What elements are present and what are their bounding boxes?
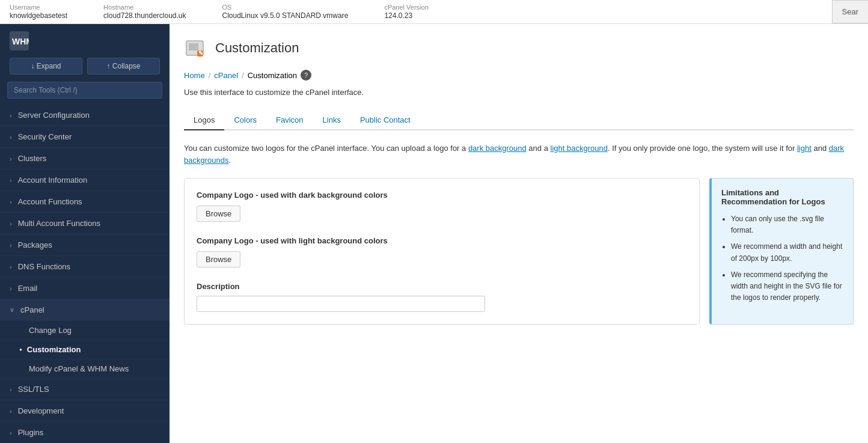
os-value: CloudLinux v9.5.0 STANDARD vmware: [222, 11, 349, 20]
list-item: We recommend specifying the width and he…: [731, 269, 843, 304]
sidebar-item-label: Email: [18, 284, 38, 293]
main-layout: WHM ↓ Expand ↑ Collapse › Server Configu…: [0, 24, 868, 443]
sidebar-item-dns-functions[interactable]: › DNS Functions: [0, 256, 170, 278]
sidebar-logo: WHM: [0, 24, 170, 58]
sidebar-subitem-label: Customization: [27, 345, 81, 354]
page-description: Use this interface to customize the cPan…: [184, 87, 854, 99]
breadcrumb: Home / cPanel / Customization ?: [184, 70, 854, 81]
sidebar-subitem-modify-cpanel-whm-news[interactable]: Modify cPanel & WHM News: [0, 359, 170, 379]
svg-rect-3: [189, 43, 198, 50]
sidebar-item-server-configuration[interactable]: › Server Configuration: [0, 105, 170, 126]
search-tools-input[interactable]: [7, 82, 162, 99]
customization-page-icon: ✎: [184, 36, 208, 60]
tabs-bar: Logos Colors Favicon Links Public Contac…: [184, 111, 854, 130]
page-title: Customization: [215, 40, 299, 56]
logos-intro: You can customize two logos for the cPan…: [184, 142, 854, 168]
content-area: ✎ Customization Home / cPanel / Customiz…: [170, 24, 868, 443]
sidebar-item-plugins[interactable]: › Plugins: [0, 422, 170, 443]
dark-logo-section: Company Logo - used with dark background…: [197, 191, 687, 222]
sidebar-item-development[interactable]: › Development: [0, 400, 170, 422]
dark-logo-browse-button[interactable]: Browse: [197, 206, 240, 222]
sidebar-item-account-information[interactable]: › Account Information: [0, 170, 170, 191]
sidebar-subitem-customization[interactable]: Customization: [0, 340, 170, 359]
light-logo-label: Company Logo - used with light backgroun…: [197, 236, 687, 245]
sidebar-item-label: Clusters: [18, 154, 47, 163]
sidebar-item-label: Security Center: [18, 132, 72, 141]
sidebar-item-label: Account Functions: [18, 197, 82, 206]
hostname-group: Hostname cloud728.thundercloud.uk: [103, 4, 186, 20]
cpanel-version-label: cPanel Version: [384, 4, 428, 11]
sidebar-item-label: Server Configuration: [18, 111, 90, 120]
sidebar-subitem-label: Modify cPanel & WHM News: [29, 364, 129, 373]
sidebar-nav: › Server Configuration › Security Center…: [0, 105, 170, 443]
sidebar-item-label: Packages: [18, 240, 52, 249]
logos-card-row: Company Logo - used with dark background…: [184, 178, 854, 325]
collapse-button[interactable]: ↑ Collapse: [87, 58, 160, 75]
list-item: You can only use the .svg file format.: [731, 213, 843, 236]
sidebar-item-packages[interactable]: › Packages: [0, 234, 170, 256]
dark-logo-label: Company Logo - used with dark background…: [197, 191, 687, 200]
sidebar-item-account-functions[interactable]: › Account Functions: [0, 191, 170, 213]
sidebar-item-clusters[interactable]: › Clusters: [0, 148, 170, 170]
sidebar-subitem-change-log[interactable]: Change Log: [0, 321, 170, 340]
sidebar-item-cpanel[interactable]: ∨ cPanel: [0, 299, 170, 321]
svg-text:WHM: WHM: [12, 37, 29, 46]
chevron-right-icon: ›: [10, 263, 12, 270]
top-bar-info: Username knowldgebasetest Hostname cloud…: [10, 4, 429, 20]
sidebar-item-label: cPanel: [20, 305, 44, 314]
sidebar-item-security-center[interactable]: › Security Center: [0, 126, 170, 148]
top-bar: Username knowldgebasetest Hostname cloud…: [0, 0, 868, 24]
sidebar-item-label: DNS Functions: [18, 262, 70, 271]
sidebar-item-label: Plugins: [18, 428, 44, 437]
light-logo-section: Company Logo - used with light backgroun…: [197, 236, 687, 267]
chevron-right-icon: ›: [10, 112, 12, 119]
description-input[interactable]: [197, 296, 485, 312]
tab-public-contact[interactable]: Public Contact: [350, 111, 420, 130]
sidebar-item-multi-account-functions[interactable]: › Multi Account Functions: [0, 213, 170, 234]
sidebar-subitem-label: Change Log: [29, 326, 72, 335]
chevron-right-icon: ›: [10, 429, 12, 436]
side-card-title: Limitations and Recommendation for Logos: [721, 188, 843, 206]
chevron-right-icon: ›: [10, 386, 12, 393]
sidebar-item-label: Account Information: [18, 176, 88, 185]
sidebar-item-ssl-tls[interactable]: › SSL/TLS: [0, 379, 170, 400]
svg-text:✎: ✎: [198, 50, 203, 57]
tab-colors[interactable]: Colors: [224, 111, 266, 130]
search-button[interactable]: Sear: [832, 0, 868, 23]
cpanel-version-value: 124.0.23: [384, 11, 412, 20]
sidebar: WHM ↓ Expand ↑ Collapse › Server Configu…: [0, 24, 170, 443]
os-group: OS CloudLinux v9.5.0 STANDARD vmware: [222, 4, 349, 20]
tab-logos[interactable]: Logos: [184, 111, 224, 130]
chevron-right-icon: ›: [10, 198, 12, 206]
help-icon[interactable]: ?: [301, 70, 311, 81]
expand-button[interactable]: ↓ Expand: [10, 58, 82, 75]
chevron-down-icon: ∨: [10, 306, 14, 314]
tab-links[interactable]: Links: [313, 111, 350, 130]
breadcrumb-cpanel[interactable]: cPanel: [214, 71, 238, 80]
chevron-right-icon: ›: [10, 155, 12, 162]
os-label: OS: [222, 4, 349, 11]
username-value: knowldgebasetest: [10, 11, 67, 20]
hostname-label: Hostname: [103, 4, 186, 11]
chevron-right-icon: ›: [10, 177, 12, 184]
whm-logo-icon: WHM: [10, 31, 29, 50]
chevron-right-icon: ›: [10, 408, 12, 415]
description-section: Description: [197, 282, 687, 312]
light-logo-browse-button[interactable]: Browse: [197, 251, 240, 267]
chevron-right-icon: ›: [10, 133, 12, 141]
description-label: Description: [197, 282, 687, 291]
list-item: We recommend a width and height of 200px…: [731, 241, 843, 264]
sidebar-item-label: Multi Account Functions: [18, 219, 100, 228]
side-card-list: You can only use the .svg file format. W…: [721, 213, 843, 304]
cpanel-version-group: cPanel Version 124.0.23: [384, 4, 428, 20]
limitations-side-card: Limitations and Recommendation for Logos…: [709, 178, 854, 325]
breadcrumb-home[interactable]: Home: [184, 71, 205, 80]
tab-favicon[interactable]: Favicon: [266, 111, 313, 130]
sidebar-actions: ↓ Expand ↑ Collapse: [0, 58, 170, 82]
sidebar-item-email[interactable]: › Email: [0, 278, 170, 299]
breadcrumb-current: Customization: [248, 71, 297, 80]
page-header: ✎ Customization: [184, 36, 854, 60]
sidebar-item-label: Development: [18, 406, 64, 415]
hostname-value: cloud728.thundercloud.uk: [103, 11, 186, 20]
username-group: Username knowldgebasetest: [10, 4, 67, 20]
